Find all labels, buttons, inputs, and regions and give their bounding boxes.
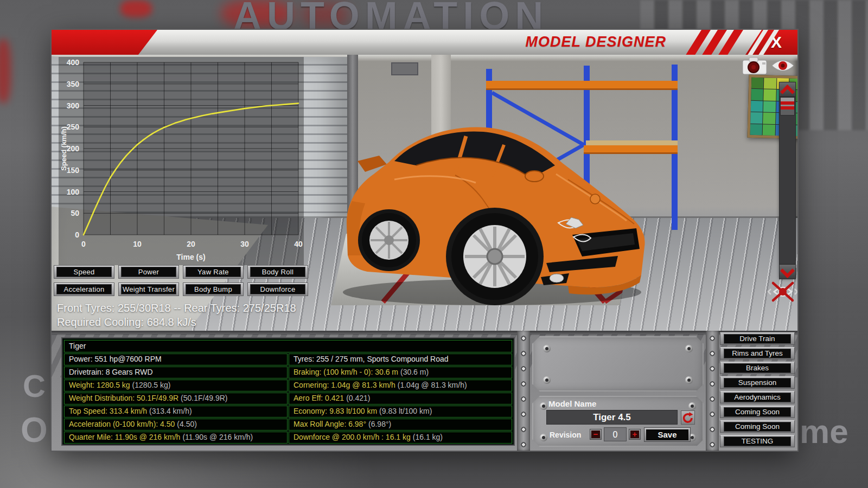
screw-icon (540, 402, 547, 410)
stat-cell: Aero Eff: 0.421(0.421) (289, 393, 512, 404)
revision-minus-button[interactable]: − (590, 429, 602, 440)
graph-button-acceleration[interactable]: Acceleration (54, 282, 114, 296)
section-button-drive-train[interactable]: Drive Train (720, 332, 795, 345)
visibility-eye-icon[interactable] (771, 57, 795, 76)
close-button[interactable]: X (745, 30, 797, 55)
stat-cell: Acceleration (0-100 km/h): 4.50(4.50) (64, 419, 288, 431)
section-button-rims-and-tyres[interactable]: Rims and Tyres (720, 347, 795, 359)
svg-text:30: 30 (240, 240, 249, 248)
section-button-label: TESTING (724, 436, 791, 446)
poster-tile (750, 124, 763, 135)
bottom-panel: Tiger Power: 551 hp@7600 RPMTyres: 255 /… (52, 331, 797, 451)
background-red-blur (120, 0, 152, 17)
save-button[interactable]: Save (644, 427, 691, 442)
svg-text:250: 250 (67, 123, 80, 131)
speed-time-chart: 050100150200250300350400010203040Time (s… (59, 57, 304, 265)
screw-icon (540, 434, 547, 441)
graph-button-label: Downforce (250, 284, 305, 294)
viewport-3d[interactable]: 050100150200250300350400010203040Time (s… (52, 55, 797, 331)
section-button-label: Coming Soon (724, 422, 791, 432)
section-button-label: Coming Soon (724, 407, 791, 417)
section-button-label: Rims and Tyres (724, 349, 791, 358)
graph-button-row: SpeedPowerYaw RateBody RollAccelerationW… (54, 265, 308, 296)
hide-ui-toggle[interactable] (767, 280, 797, 305)
minus-icon: − (591, 431, 600, 438)
svg-text:200: 200 (67, 144, 80, 153)
stat-cell: Cornering: 1.04g @ 81.3 km/h(1.04g @ 81.… (289, 380, 512, 391)
side-scrollbar (779, 82, 796, 279)
stat-cell: Tyres: 255 / 275 mm, Sports Compound Roa… (289, 354, 512, 365)
blank-plate (532, 336, 704, 391)
refresh-icon (681, 411, 694, 424)
model-name-input[interactable] (546, 410, 678, 425)
model-name-header: Tiger (64, 340, 512, 352)
svg-text:40: 40 (294, 240, 303, 248)
car-model[interactable] (313, 93, 652, 310)
graph-button-label: Body Roll (250, 267, 305, 277)
stat-cell: Weight: 1280.5 kg(1280.5 kg) (64, 380, 288, 391)
rivet-divider (706, 331, 719, 451)
section-button-suspension[interactable]: Suspension (720, 376, 795, 389)
svg-text:300: 300 (67, 101, 80, 110)
poster-tile (751, 89, 763, 100)
graph-button-label: Power (121, 267, 176, 277)
poster-tile (763, 124, 775, 136)
section-button-label: Suspension (724, 378, 791, 388)
graph-button-yaw-rate[interactable]: Yaw Rate (183, 265, 244, 279)
poster-tile (764, 89, 776, 101)
svg-text:20: 20 (187, 240, 195, 248)
section-button-coming-soon[interactable]: Coming Soon (720, 420, 795, 433)
graph-button-body-roll[interactable]: Body Roll (247, 265, 308, 279)
section-button-aerodynamics[interactable]: Aerodynamics (720, 391, 795, 403)
background-letter: O (21, 410, 48, 450)
section-button-coming-soon[interactable]: Coming Soon (720, 406, 795, 418)
info-overlay: Front Tyres: 255/30R18 -- Rear Tyres: 27… (52, 299, 475, 329)
section-button-label: Brakes (724, 363, 791, 373)
stat-cell: Braking: (100 km/h - 0): 30.6 m(30.6 m) (289, 367, 512, 378)
graph-button-downforce[interactable]: Downforce (247, 282, 308, 296)
chevron-down-icon (780, 264, 795, 278)
svg-text:350: 350 (67, 80, 80, 88)
svg-text:10: 10 (133, 240, 142, 248)
section-button-testing[interactable]: TESTING (720, 435, 795, 447)
speed-chart-panel: 050100150200250300350400010203040Time (s… (59, 57, 304, 265)
design-section-buttons: Drive TrainRims and TyresBrakesSuspensio… (720, 332, 795, 447)
title-bar: MODEL DESIGNER X (52, 30, 797, 56)
svg-text:150: 150 (67, 166, 80, 175)
scroll-up-button[interactable] (780, 82, 795, 97)
graph-button-label: Weight Transfer (121, 284, 176, 294)
poster-tile (763, 113, 775, 124)
poster-tile (750, 112, 763, 124)
scroll-down-button[interactable] (780, 264, 795, 279)
window-title: MODEL DESIGNER (525, 34, 666, 50)
graph-button-body-bump[interactable]: Body Bump (183, 282, 244, 296)
section-button-label: Drive Train (724, 334, 791, 344)
reset-name-button[interactable] (681, 410, 695, 425)
graph-button-weight-transfer[interactable]: Weight Transfer (118, 282, 179, 296)
scrollbar-thumb[interactable] (780, 97, 795, 115)
cooling-info-line: Required Cooling: 684.8 kJ/s (57, 315, 475, 329)
stats-grid: Power: 551 hp@7600 RPMTyres: 255 / 275 m… (63, 353, 513, 444)
stat-cell: Top Speed: 313.4 km/h(313.4 km/h) (64, 406, 288, 418)
model-name-panel: Model Name Revision − 0 + Save (532, 396, 704, 447)
title-bar-red-accent (52, 30, 157, 55)
revision-label: Revision (550, 431, 581, 439)
section-button-brakes[interactable]: Brakes (720, 362, 795, 374)
screw-icon (543, 345, 551, 352)
svg-text:0: 0 (75, 230, 79, 239)
poster-tile (751, 78, 764, 89)
graph-button-label: Yaw Rate (186, 267, 241, 277)
plus-icon: + (630, 431, 639, 438)
scene-wall-vent (391, 62, 418, 75)
graph-button-speed[interactable]: Speed (54, 265, 114, 279)
tyres-info-line: Front Tyres: 255/30R18 -- Rear Tyres: 27… (57, 301, 475, 315)
background-red-blur (0, 39, 11, 103)
stat-cell: Power: 551 hp@7600 RPM (64, 354, 288, 365)
graph-button-power[interactable]: Power (118, 265, 179, 279)
screw-icon (688, 402, 696, 410)
revision-plus-button[interactable]: + (629, 429, 641, 440)
background-letter: C (23, 368, 46, 404)
rivet-divider (517, 331, 530, 451)
save-button-label: Save (646, 429, 688, 440)
svg-text:Speed (km/h): Speed (km/h) (60, 126, 68, 171)
